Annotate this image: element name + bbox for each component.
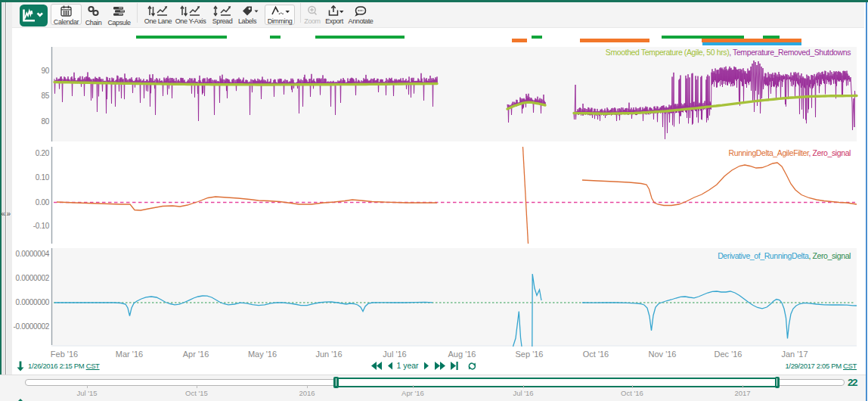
svg-text:1 year: 1 year [396, 361, 419, 370]
